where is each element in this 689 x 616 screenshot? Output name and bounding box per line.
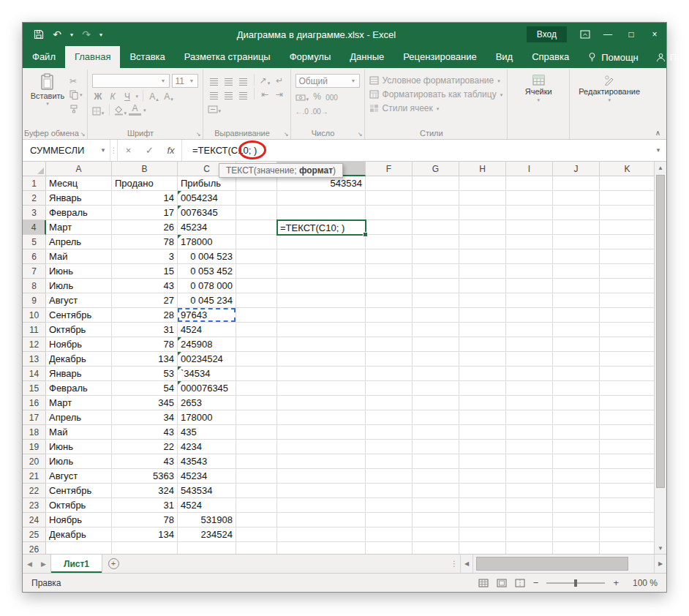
cell-J25[interactable] — [553, 527, 600, 542]
cell-C20[interactable]: 43543 — [178, 454, 236, 469]
cell-D3[interactable] — [236, 206, 277, 220]
cell-E26[interactable] — [277, 542, 366, 554]
cell-H3[interactable] — [459, 206, 506, 220]
cell-I13[interactable] — [506, 352, 553, 367]
cell-G10[interactable] — [413, 308, 459, 323]
cell-D8[interactable] — [236, 279, 277, 293]
cell-H26[interactable] — [459, 542, 506, 554]
sheet-tab-list1[interactable]: Лист1 — [50, 555, 102, 573]
cell-E19[interactable] — [277, 440, 366, 454]
cell-J3[interactable] — [553, 206, 600, 220]
cell-K11[interactable] — [600, 323, 654, 337]
cell-B21[interactable]: 5363 — [112, 469, 178, 484]
formula-bar-expand-icon[interactable]: ▼ — [650, 140, 666, 161]
zoom-level[interactable]: 100 % — [627, 578, 658, 588]
cell-J2[interactable] — [553, 191, 600, 206]
cell-G26[interactable] — [413, 542, 459, 554]
cell-J18[interactable] — [553, 425, 600, 440]
format-painter-icon[interactable] — [69, 103, 83, 114]
cell-H2[interactable] — [459, 191, 506, 206]
row-header-9[interactable]: 9 — [23, 293, 46, 308]
row-header-6[interactable]: 6 — [23, 249, 46, 264]
decrease-indent-icon[interactable]: ⇤ — [259, 88, 271, 99]
cell-H10[interactable] — [459, 308, 506, 323]
cell-H1[interactable] — [459, 176, 506, 191]
undo-dropdown-icon[interactable]: ▾ — [67, 25, 77, 44]
cell-D2[interactable] — [236, 191, 277, 206]
cell-K4[interactable] — [600, 220, 654, 235]
cell-D19[interactable] — [236, 440, 277, 454]
row-header-11[interactable]: 11 — [23, 323, 46, 337]
row-header-18[interactable]: 18 — [23, 425, 46, 440]
column-header-F[interactable]: F — [366, 162, 413, 176]
align-middle-icon[interactable] — [222, 74, 235, 86]
cell-D13[interactable] — [236, 352, 277, 367]
name-box-dropdown-icon[interactable]: ▼ — [100, 147, 106, 154]
cell-G16[interactable] — [413, 396, 459, 410]
row-header-21[interactable]: 21 — [23, 469, 46, 484]
cell-J19[interactable] — [553, 440, 600, 454]
cell-B9[interactable]: 27 — [112, 293, 178, 308]
cell-I8[interactable] — [506, 279, 553, 293]
row-header-17[interactable]: 17 — [23, 410, 46, 425]
cell-A23[interactable]: Октябрь — [46, 498, 112, 513]
cell-G6[interactable] — [413, 249, 459, 264]
cell-B10[interactable]: 28 — [112, 308, 178, 323]
column-header-B[interactable]: B — [112, 162, 178, 176]
column-header-K[interactable]: K — [600, 162, 654, 176]
cell-K19[interactable] — [600, 440, 654, 454]
cell-J11[interactable] — [553, 323, 600, 337]
increase-decimal-icon[interactable]: ←.0 — [295, 104, 309, 116]
cell-I20[interactable] — [506, 454, 553, 469]
cell-H8[interactable] — [459, 279, 506, 293]
cell-E7[interactable] — [277, 264, 366, 279]
sheet-nav-left-icon[interactable]: ◀ — [23, 555, 37, 573]
cell-I6[interactable] — [506, 249, 553, 264]
font-dialog-launcher-icon[interactable]: ↘ — [196, 131, 201, 138]
zoom-out-icon[interactable]: − — [533, 577, 539, 588]
cell-B19[interactable]: 22 — [112, 440, 178, 454]
cell-K7[interactable] — [600, 264, 654, 279]
cell-I23[interactable] — [506, 498, 553, 513]
cell-A19[interactable]: Июнь — [46, 440, 112, 454]
horizontal-scrollbar[interactable] — [472, 555, 654, 573]
fill-color-icon[interactable]: ▾ — [114, 104, 127, 116]
cell-A20[interactable]: Июль — [46, 454, 112, 469]
cell-D24[interactable] — [236, 513, 277, 527]
cell-J22[interactable] — [553, 484, 600, 498]
cell-G20[interactable] — [413, 454, 459, 469]
cell-G13[interactable] — [413, 352, 459, 367]
cell-K15[interactable] — [600, 381, 654, 396]
cell-A24[interactable]: Ноябрь — [46, 513, 112, 527]
row-header-8[interactable]: 8 — [23, 279, 46, 293]
cell-K6[interactable] — [600, 249, 654, 264]
cell-E9[interactable] — [277, 293, 366, 308]
cell-C1[interactable]: Прибыль — [178, 176, 236, 191]
bold-button[interactable]: Ж — [92, 90, 105, 102]
zoom-slider[interactable] — [546, 582, 605, 584]
row-header-14[interactable]: 14 — [23, 367, 46, 381]
cell-K26[interactable] — [600, 542, 654, 554]
cell-A11[interactable]: Октябрь — [46, 323, 112, 337]
cut-icon[interactable]: ✂ — [69, 75, 83, 86]
cell-C2[interactable]: 0054234 — [178, 191, 236, 206]
cell-D20[interactable] — [236, 454, 277, 469]
cell-F3[interactable] — [366, 206, 413, 220]
cell-H14[interactable] — [459, 367, 506, 381]
cell-I2[interactable] — [506, 191, 553, 206]
cell-J20[interactable] — [553, 454, 600, 469]
increase-indent-icon[interactable]: ⇥ — [274, 88, 286, 99]
cell-C8[interactable]: 0 078 000 — [178, 279, 236, 293]
column-header-A[interactable]: A — [46, 162, 112, 176]
cell-H16[interactable] — [459, 396, 506, 410]
tell-me-box[interactable]: Помощн — [579, 46, 647, 68]
insert-function-button[interactable]: fx — [160, 140, 181, 161]
cell-F18[interactable] — [366, 425, 413, 440]
cell-G21[interactable] — [413, 469, 459, 484]
cell-A16[interactable]: Март — [46, 396, 112, 410]
cell-I11[interactable] — [506, 323, 553, 337]
cell-F19[interactable] — [366, 440, 413, 454]
cell-E14[interactable] — [277, 367, 366, 381]
underline-dropdown-icon[interactable]: ▾ — [136, 94, 139, 99]
cell-B3[interactable]: 17 — [112, 206, 178, 220]
